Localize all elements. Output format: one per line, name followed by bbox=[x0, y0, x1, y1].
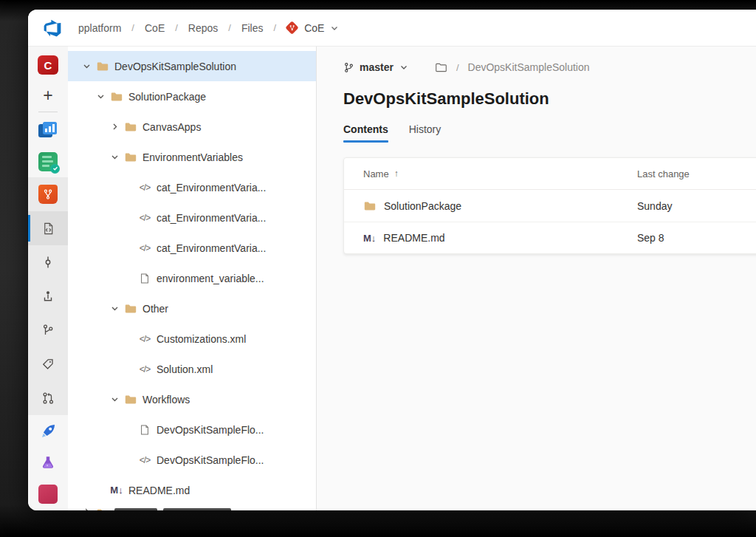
table-header-row: Name ↑ Last change bbox=[344, 158, 756, 190]
markdown-icon: M↓ bbox=[109, 485, 125, 496]
code-file-icon: </> bbox=[137, 334, 153, 344]
breadcrumb-separator: / bbox=[175, 22, 178, 33]
chevron-down-icon[interactable] bbox=[92, 92, 109, 101]
code-file-icon: </> bbox=[137, 182, 153, 193]
project-avatar[interactable]: C bbox=[38, 55, 58, 75]
tree-item-label: environment_variable... bbox=[157, 273, 264, 284]
branch-selector[interactable]: master bbox=[343, 61, 408, 73]
boards-icon[interactable] bbox=[28, 114, 68, 146]
artifacts-package-icon[interactable] bbox=[28, 479, 68, 510]
file-tree-panel: DevOpsKitSampleSolution SolutionPackage … bbox=[68, 47, 317, 510]
repo-name: CoE bbox=[304, 22, 324, 34]
code-file-icon: </> bbox=[137, 243, 153, 253]
folder-icon bbox=[123, 120, 139, 134]
tree-item[interactable]: </> Customizations.xml bbox=[68, 324, 316, 354]
repo-selector[interactable]: CoE bbox=[286, 22, 339, 34]
breadcrumb-files[interactable]: Files bbox=[241, 22, 264, 34]
files-icon[interactable] bbox=[28, 211, 68, 245]
folder-icon bbox=[363, 199, 377, 213]
checklist-icon[interactable] bbox=[28, 146, 68, 177]
tab-contents[interactable]: Contents bbox=[343, 123, 388, 143]
tree-item[interactable]: DevOpsKitSampleFlo... bbox=[68, 414, 316, 445]
tree-item-label: Workflows bbox=[142, 394, 190, 406]
column-header-last-change[interactable]: Last change bbox=[637, 168, 756, 179]
tree-item-label: CanvasApps bbox=[142, 121, 201, 133]
file-name-link[interactable]: SolutionPackage bbox=[384, 200, 461, 212]
tree-item[interactable]: </> DevOpsKitSampleFlo... bbox=[68, 445, 316, 475]
tree-item[interactable]: M↓ README.md bbox=[68, 475, 316, 505]
last-change-value: Sunday bbox=[637, 200, 756, 212]
markdown-icon: M↓ bbox=[363, 233, 376, 244]
tree-item[interactable]: </> cat_EnvironmentVaria... bbox=[68, 233, 316, 263]
last-change-value: Sep 8 bbox=[637, 232, 756, 244]
chevron-down-icon[interactable] bbox=[78, 61, 94, 71]
content-area: C + bbox=[28, 47, 756, 510]
commits-icon[interactable] bbox=[28, 245, 68, 279]
tree-item-clipped[interactable] bbox=[68, 505, 316, 510]
tab-history[interactable]: History bbox=[409, 123, 441, 143]
tree-item[interactable]: </> Solution.xml bbox=[68, 354, 316, 384]
branch-name: master bbox=[360, 61, 394, 73]
pushes-icon[interactable] bbox=[28, 279, 68, 313]
tree-item[interactable]: Workflows bbox=[68, 384, 316, 414]
tree-item[interactable]: DevOpsKitSampleSolution bbox=[68, 51, 316, 81]
tree-item-label: Other bbox=[142, 303, 168, 315]
breadcrumb: pplatform / CoE / Repos / Files / CoE bbox=[78, 22, 339, 34]
chevron-down-icon[interactable] bbox=[106, 394, 123, 404]
pipelines-rocket-icon[interactable] bbox=[28, 415, 68, 447]
chevron-right-icon[interactable] bbox=[106, 122, 123, 131]
breadcrumb-project[interactable]: CoE bbox=[145, 22, 165, 34]
tree-item-label: DevOpsKitSampleSolution bbox=[114, 61, 236, 72]
tree-item[interactable]: SolutionPackage bbox=[68, 81, 316, 112]
path-crumb[interactable]: DevOpsKitSampleSolution bbox=[468, 61, 590, 73]
add-button[interactable]: + bbox=[43, 85, 52, 106]
folder-icon bbox=[94, 60, 111, 73]
chevron-down-icon[interactable] bbox=[106, 152, 123, 162]
file-path-bar: master / DevOpsKitSampleSolution bbox=[343, 58, 756, 76]
top-bar: pplatform / CoE / Repos / Files / CoE bbox=[28, 10, 756, 47]
tree-item[interactable]: </> cat_EnvironmentVaria... bbox=[68, 202, 316, 233]
branches-icon[interactable] bbox=[28, 313, 68, 347]
code-file-icon: </> bbox=[137, 455, 153, 465]
azure-devops-logo[interactable] bbox=[43, 18, 62, 38]
column-header-name[interactable]: Name ↑ bbox=[344, 168, 637, 179]
repos-icon[interactable] bbox=[28, 177, 68, 211]
document-icon bbox=[137, 424, 153, 436]
chevron-down-icon bbox=[330, 24, 339, 33]
tree-item-label: cat_EnvironmentVaria... bbox=[157, 212, 266, 224]
tree-item[interactable]: CanvasApps bbox=[68, 112, 316, 142]
breadcrumb-org[interactable]: pplatform bbox=[78, 22, 121, 34]
file-name-link[interactable]: README.md bbox=[383, 232, 444, 244]
left-rail: C + bbox=[28, 47, 68, 510]
tree-item[interactable]: EnvironmentVariables bbox=[68, 142, 316, 172]
chevron-down-icon bbox=[399, 63, 408, 72]
tags-icon[interactable] bbox=[28, 347, 68, 381]
tree-item[interactable]: </> cat_EnvironmentVaria... bbox=[68, 172, 316, 202]
breadcrumb-repos[interactable]: Repos bbox=[188, 22, 218, 34]
chevron-down-icon[interactable] bbox=[106, 304, 123, 313]
tree-item-label: DevOpsKitSampleFlo... bbox=[157, 424, 264, 436]
document-icon bbox=[137, 273, 153, 284]
test-plans-flask-icon[interactable] bbox=[28, 447, 68, 479]
table-row[interactable]: M↓ README.md Sep 8 bbox=[344, 222, 756, 253]
breadcrumb-separator: / bbox=[131, 22, 134, 33]
breadcrumb-separator: / bbox=[228, 22, 231, 33]
tree-item-label: Customizations.xml bbox=[157, 333, 246, 345]
pull-requests-icon[interactable] bbox=[28, 381, 68, 415]
files-table: Name ↑ Last change SolutionPackage Sunda… bbox=[343, 157, 756, 254]
app-window: pplatform / CoE / Repos / Files / CoE C … bbox=[28, 10, 756, 510]
tree-item[interactable]: environment_variable... bbox=[68, 263, 316, 293]
repo-icon bbox=[285, 21, 298, 34]
folder-icon bbox=[94, 507, 111, 510]
repos-section bbox=[28, 177, 68, 415]
clipped-label bbox=[114, 508, 157, 510]
sort-ascending-icon: ↑ bbox=[394, 168, 399, 179]
table-row[interactable]: SolutionPackage Sunday bbox=[344, 190, 756, 222]
tree-item-label: EnvironmentVariables bbox=[142, 151, 243, 163]
root-folder-icon[interactable] bbox=[435, 61, 447, 74]
folder-icon bbox=[123, 393, 139, 406]
tree-item[interactable]: Other bbox=[68, 293, 316, 324]
breadcrumb-separator: / bbox=[274, 22, 277, 33]
rail-divider bbox=[38, 112, 58, 112]
folder-icon bbox=[123, 151, 139, 164]
